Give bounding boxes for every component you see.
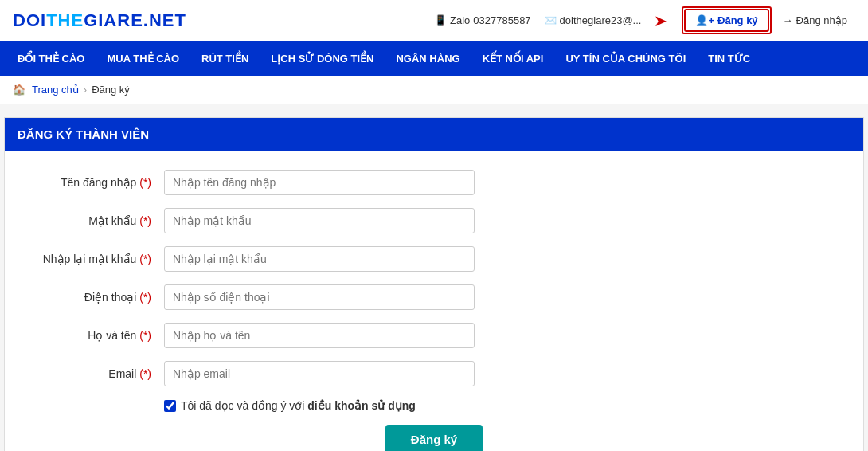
logo-giare: GIARE	[84, 10, 143, 30]
fullname-row: Họ và tên (*)	[37, 323, 831, 348]
phone-row: Điện thoại (*)	[37, 284, 831, 310]
main-content: ĐĂNG KÝ THÀNH VIÊN Tên đăng nhập (*) Mật…	[4, 117, 864, 451]
logo: DOITHEGIARE.NET	[13, 10, 186, 31]
nav-item-ngan-hang[interactable]: NGÂN HÀNG	[385, 41, 471, 76]
terms-checkbox[interactable]	[164, 400, 176, 412]
logo-net: .NET	[143, 10, 186, 30]
breadcrumb-separator: ›	[84, 84, 87, 96]
password-label: Mật khẩu (*)	[37, 214, 164, 227]
register-wrapper: 👤+ Đăng ký	[682, 6, 771, 34]
login-label: Đăng nhập	[796, 14, 847, 26]
breadcrumb-current: Đăng ký	[92, 84, 130, 96]
confirm-password-input[interactable]	[164, 246, 475, 272]
confirm-password-row: Nhập lại mật khẩu (*)	[37, 246, 831, 272]
arrow-indicator: ➤	[654, 11, 667, 30]
user-plus-icon: 👤+	[695, 14, 714, 26]
submit-row: Đăng ký	[37, 425, 831, 451]
username-required: (*)	[139, 176, 151, 189]
nav-item-lich-su[interactable]: LỊCH SỬ DÒNG TIỀN	[260, 41, 385, 76]
terms-label: Tôi đã đọc và đồng ý với điều khoản sử d…	[181, 399, 416, 412]
email-required: (*)	[139, 367, 151, 380]
confirm-password-label: Nhập lại mật khẩu (*)	[37, 253, 164, 265]
breadcrumb: 🏠 Trang chủ › Đăng ký	[0, 76, 868, 104]
header-zalo: 📱 Zalo 0327785587	[434, 14, 531, 26]
terms-link[interactable]: điều khoản sử dụng	[307, 399, 416, 412]
password-input[interactable]	[164, 208, 475, 233]
phone-required: (*)	[139, 291, 151, 304]
logo-doi: DOI	[13, 10, 46, 30]
header-right: 📱 Zalo 0327785587 ✉️ doithegiare23@... ➤…	[434, 6, 855, 34]
header-email: ✉️ doithegiare23@...	[544, 14, 642, 26]
email-icon: ✉️	[544, 14, 557, 26]
submit-button[interactable]: Đăng ký	[385, 425, 483, 451]
nav-item-tin-tuc[interactable]: TIN TỨC	[697, 41, 761, 76]
password-row: Mật khẩu (*)	[37, 208, 831, 233]
header-actions: 👤+ Đăng ký → Đăng nhập	[682, 6, 855, 34]
username-input[interactable]	[164, 170, 475, 195]
registration-form: Tên đăng nhập (*) Mật khẩu (*) Nhập lại …	[5, 151, 863, 451]
password-required: (*)	[139, 214, 151, 227]
nav-item-mua-the-cao[interactable]: MUA THẺ CÀO	[96, 41, 190, 76]
confirm-password-required: (*)	[139, 253, 151, 265]
phone-icon: 📱	[434, 14, 447, 26]
fullname-label: Họ và tên (*)	[37, 329, 164, 342]
fullname-input[interactable]	[164, 323, 475, 348]
email-row: Email (*)	[37, 361, 831, 386]
username-row: Tên đăng nhập (*)	[37, 170, 831, 195]
navigation: ĐỔI THẺ CÀO MUA THẺ CÀO RÚT TIỀN LỊCH SỬ…	[0, 41, 868, 76]
section-title: ĐĂNG KÝ THÀNH VIÊN	[5, 118, 863, 151]
breadcrumb-home[interactable]: Trang chủ	[32, 84, 79, 96]
header: DOITHEGIARE.NET 📱 Zalo 0327785587 ✉️ doi…	[0, 0, 868, 41]
email-address: doithegiare23@...	[560, 14, 642, 26]
nav-item-doi-the-cao[interactable]: ĐỔI THẺ CÀO	[6, 41, 96, 76]
login-icon: →	[783, 14, 793, 26]
phone-label: Điện thoại (*)	[37, 291, 164, 304]
email-label: Email (*)	[37, 367, 164, 380]
fullname-required: (*)	[139, 329, 151, 342]
home-icon: 🏠	[13, 84, 25, 96]
register-button[interactable]: 👤+ Đăng ký	[684, 9, 768, 32]
nav-item-rut-tien[interactable]: RÚT TIỀN	[190, 41, 260, 76]
terms-row: Tôi đã đọc và đồng ý với điều khoản sử d…	[37, 399, 831, 412]
register-label: Đăng ký	[717, 14, 758, 26]
nav-item-uy-tin[interactable]: UY TÍN CỦA CHÚNG TÔI	[554, 41, 697, 76]
zalo-number: 0327785587	[473, 14, 530, 26]
logo-the: THE	[46, 10, 84, 30]
nav-item-ket-noi-api[interactable]: KẾT NỐI API	[471, 41, 555, 76]
email-input[interactable]	[164, 361, 475, 386]
username-label: Tên đăng nhập (*)	[37, 176, 164, 189]
login-button[interactable]: → Đăng nhập	[775, 10, 855, 30]
phone-input[interactable]	[164, 284, 475, 310]
zalo-label: Zalo	[450, 14, 470, 26]
